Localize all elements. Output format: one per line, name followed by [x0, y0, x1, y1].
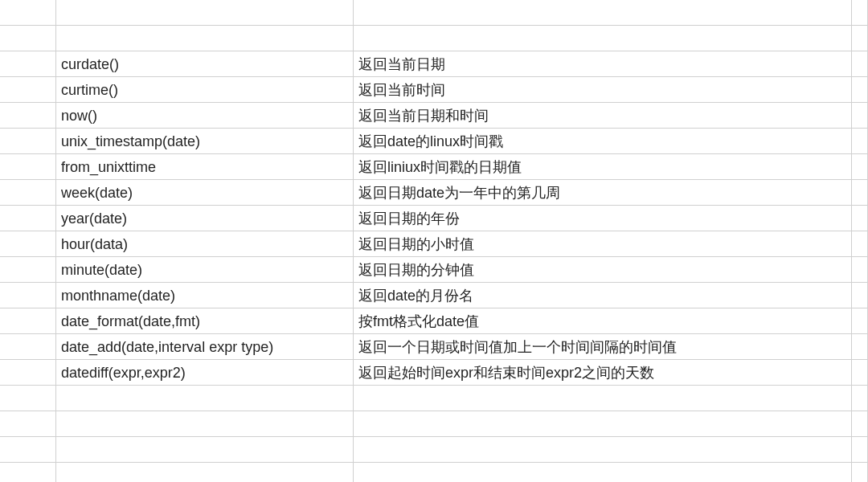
cell-empty-right[interactable]	[852, 411, 868, 437]
cell-description[interactable]: 返回日期的年份	[354, 206, 852, 231]
cell-function[interactable]: curtime()	[56, 77, 354, 103]
cell-description[interactable]	[354, 386, 852, 411]
cell-description[interactable]	[354, 26, 852, 51]
cell-empty-right[interactable]	[852, 180, 868, 206]
cell-function[interactable]: monthname(date)	[56, 283, 354, 308]
cell-description[interactable]: 返回日期的分钟值	[354, 257, 852, 283]
cell-function[interactable]: datediff(expr,expr2)	[56, 360, 354, 386]
cell-empty-left[interactable]	[0, 334, 56, 360]
cell-empty-left[interactable]	[0, 206, 56, 231]
cell-empty-right[interactable]	[852, 206, 868, 231]
cell-function[interactable]: date_add(date,interval expr type)	[56, 334, 354, 360]
cell-empty-left[interactable]	[0, 180, 56, 206]
cell-empty-right[interactable]	[852, 77, 868, 103]
cell-function[interactable]	[56, 411, 354, 437]
cell-empty-right[interactable]	[852, 51, 868, 77]
cell-empty-right[interactable]	[852, 0, 868, 26]
cell-description[interactable]	[354, 0, 852, 26]
cell-function[interactable]	[56, 386, 354, 411]
cell-description[interactable]: 返回当前时间	[354, 77, 852, 103]
cell-empty-right[interactable]	[852, 437, 868, 463]
cell-function[interactable]: curdate()	[56, 51, 354, 77]
cell-empty-left[interactable]	[0, 257, 56, 283]
cell-empty-right[interactable]	[852, 26, 868, 51]
cell-empty-left[interactable]	[0, 411, 56, 437]
cell-empty-right[interactable]	[852, 386, 868, 411]
cell-empty-right[interactable]	[852, 463, 868, 482]
cell-description[interactable]: 返回date的linux时间戳	[354, 129, 852, 154]
cell-description[interactable]	[354, 463, 852, 482]
cell-description[interactable]: 返回date的月份名	[354, 283, 852, 308]
cell-function[interactable]: year(date)	[56, 206, 354, 231]
cell-function[interactable]	[56, 463, 354, 482]
cell-empty-right[interactable]	[852, 103, 868, 129]
cell-function[interactable]: hour(data)	[56, 231, 354, 257]
cell-function[interactable]: from_unixttime	[56, 154, 354, 180]
cell-empty-right[interactable]	[852, 283, 868, 308]
cell-empty-left[interactable]	[0, 51, 56, 77]
cell-empty-left[interactable]	[0, 129, 56, 154]
cell-empty-right[interactable]	[852, 334, 868, 360]
cell-empty-left[interactable]	[0, 154, 56, 180]
cell-description[interactable]: 返回一个日期或时间值加上一个时间间隔的时间值	[354, 334, 852, 360]
cell-function[interactable]: week(date)	[56, 180, 354, 206]
cell-function[interactable]	[56, 26, 354, 51]
cell-function[interactable]: date_format(date,fmt)	[56, 308, 354, 334]
cell-empty-right[interactable]	[852, 360, 868, 386]
cell-description[interactable]: 返回当前日期	[354, 51, 852, 77]
cell-empty-left[interactable]	[0, 77, 56, 103]
cell-function[interactable]	[56, 437, 354, 463]
cell-description[interactable]: 返回日期date为一年中的第几周	[354, 180, 852, 206]
cell-empty-right[interactable]	[852, 129, 868, 154]
cell-empty-left[interactable]	[0, 231, 56, 257]
cell-empty-right[interactable]	[852, 154, 868, 180]
cell-description[interactable]: 返回liniux时间戳的日期值	[354, 154, 852, 180]
cell-function[interactable]	[56, 0, 354, 26]
spreadsheet-grid: curdate()返回当前日期curtime()返回当前时间now()返回当前日…	[0, 0, 868, 482]
cell-description[interactable]: 返回日期的小时值	[354, 231, 852, 257]
cell-empty-right[interactable]	[852, 257, 868, 283]
cell-function[interactable]: now()	[56, 103, 354, 129]
cell-description[interactable]	[354, 437, 852, 463]
cell-description[interactable]: 返回起始时间expr和结束时间expr2之间的天数	[354, 360, 852, 386]
cell-empty-right[interactable]	[852, 308, 868, 334]
cell-empty-left[interactable]	[0, 0, 56, 26]
cell-description[interactable]	[354, 411, 852, 437]
cell-empty-left[interactable]	[0, 360, 56, 386]
cell-function[interactable]: unix_timestamp(date)	[56, 129, 354, 154]
cell-function[interactable]: minute(date)	[56, 257, 354, 283]
cell-description[interactable]: 返回当前日期和时间	[354, 103, 852, 129]
cell-empty-left[interactable]	[0, 437, 56, 463]
cell-empty-left[interactable]	[0, 26, 56, 51]
cell-empty-left[interactable]	[0, 386, 56, 411]
cell-empty-left[interactable]	[0, 308, 56, 334]
cell-empty-right[interactable]	[852, 231, 868, 257]
cell-empty-left[interactable]	[0, 463, 56, 482]
cell-empty-left[interactable]	[0, 103, 56, 129]
cell-empty-left[interactable]	[0, 283, 56, 308]
cell-description[interactable]: 按fmt格式化date值	[354, 308, 852, 334]
